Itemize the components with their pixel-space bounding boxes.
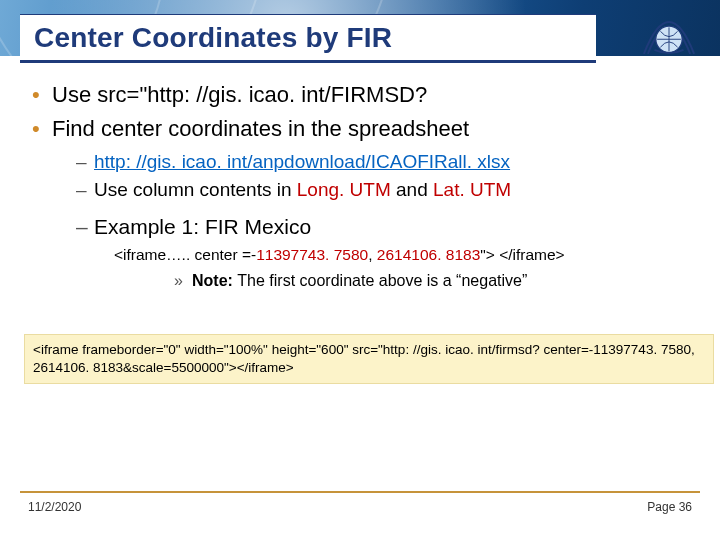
bullet-1: Use src="http: //gis. icao. int/FIRMSD?: [28, 80, 692, 110]
note-pre: Note:: [192, 272, 237, 289]
ex-post: "> </iframe>: [480, 246, 564, 263]
title-card: Center Coordinates by FIR: [20, 14, 596, 63]
footer-rule: [20, 491, 700, 493]
iframe-code-box: <iframe frameborder="0" width="100%" hei…: [24, 334, 714, 384]
sub-link: http: //gis. icao. int/anpdownload/ICAOF…: [52, 149, 692, 175]
long-utm: Long. UTM: [297, 179, 391, 200]
bullet-2: Find center coordinates in the spreadshe…: [28, 114, 692, 292]
xlsx-link[interactable]: http: //gis. icao. int/anpdownload/ICAOF…: [94, 151, 510, 172]
footer-date: 11/2/2020: [28, 500, 81, 514]
iframe-code-text: <iframe frameborder="0" width="100%" hei…: [33, 342, 695, 375]
icao-logo: [634, 2, 704, 62]
page-title: Center Coordinates by FIR: [34, 22, 582, 54]
lat-utm: Lat. UTM: [433, 179, 511, 200]
ex-pre: <iframe….. center =-: [114, 246, 256, 263]
note-rest: The first coordinate above is a “negativ…: [237, 272, 527, 289]
example-code: <iframe….. center =-11397743. 7580, 2614…: [114, 245, 692, 266]
sub-columns: Use column contents in Long. UTM and Lat…: [52, 177, 692, 203]
slide: Center Coordinates by FIR Use src="http:…: [0, 0, 720, 540]
content-area: Use src="http: //gis. icao. int/FIRMSD? …: [28, 80, 692, 296]
ex-sep: ,: [368, 246, 377, 263]
ex-n2: 2614106. 8183: [377, 246, 480, 263]
example-heading: Example 1: FIR Mexico: [52, 213, 692, 241]
bullet-2-text: Find center coordinates in the spreadshe…: [52, 116, 469, 141]
note-line: Note: The first coordinate above is a “n…: [52, 270, 692, 292]
ex-n1: 11397743. 7580: [256, 246, 368, 263]
footer-page: Page 36: [647, 500, 692, 514]
example-heading-text: Example 1: FIR Mexico: [94, 215, 311, 238]
bullet-1-text: Use src="http: //gis. icao. int/FIRMSD?: [52, 82, 427, 107]
sub-cols-pre: Use column contents in: [94, 179, 297, 200]
sub-cols-mid: and: [391, 179, 433, 200]
